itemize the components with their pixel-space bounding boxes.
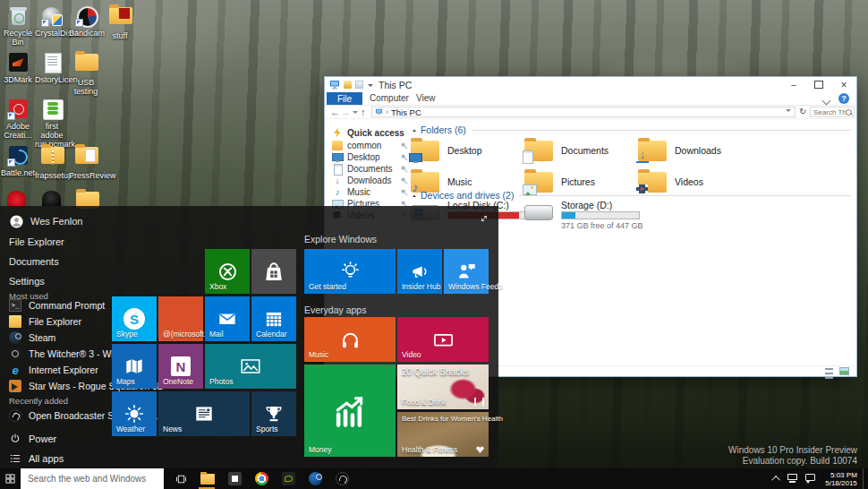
tab-view[interactable]: View [416,93,436,103]
desktop-icon-partial-red[interactable] [7,191,26,206]
tray-action-center-button[interactable] [802,468,820,489]
all-apps-button[interactable]: All apps [9,451,64,466]
tile-mail[interactable]: Mail [205,296,250,341]
minimize-button[interactable]: – [781,77,806,92]
desktop-icon-pcmark[interactable]: first adobe run.pcmark... [35,98,69,149]
tray-clock[interactable]: 5:03 PM 5/18/2015 [820,468,863,489]
qat-icon-2[interactable] [355,81,363,89]
desktop-icon-usb-testing[interactable]: USB testing [69,51,103,96]
details-view-icon[interactable] [825,368,833,379]
most-used-internet-explorer[interactable]: e Internet Explorer [9,363,98,377]
task-view-button[interactable] [167,468,194,489]
explorer-titlebar[interactable]: This PC – × [325,77,856,92]
tray-show-hidden-icons[interactable] [770,468,784,489]
desktop-icon-bandicam[interactable]: Bandicam [69,4,103,38]
address-dropdown-icon[interactable] [786,109,791,115]
sidebar-item-documents[interactable]: Documents [332,163,408,174]
back-icon[interactable]: ← [330,107,340,117]
tile-weather[interactable]: Weather [112,391,157,436]
tab-computer[interactable]: Computer [370,93,409,103]
tile-onenote[interactable]: N OneNote [158,344,203,389]
sidebar-item-downloads[interactable]: ↓ Downloads [332,175,408,185]
power-button[interactable]: Power [9,432,56,446]
tab-file[interactable]: File [327,92,362,105]
maximize-button[interactable] [806,77,831,92]
forward-icon[interactable]: → [341,107,351,117]
desktop-icon-battlenet[interactable]: Battle.net [1,144,35,177]
menu-item-documents[interactable]: Documents [9,256,59,267]
user-account-button[interactable]: Wes Fenlon [9,212,116,230]
taskbar-obs-button[interactable] [328,468,355,489]
photos-icon [238,355,263,378]
show-desktop-button[interactable] [863,468,868,489]
taskbar-chrome-button[interactable] [248,468,275,489]
drive-item-storage-d[interactable]: Storage (D:) 371 GB free of 447 GB [524,200,634,230]
tile-microsoft-win[interactable]: @(microsoft.win [158,296,203,341]
most-used-steam[interactable]: Steam [9,330,55,345]
recently-added-header: Recently added [9,396,68,406]
menu-item-file-explorer[interactable]: File Explorer [9,236,64,247]
tile-music[interactable]: Music [304,317,396,362]
tray-network-button[interactable] [784,468,802,489]
tile-store[interactable] [251,249,296,294]
taskbar-nvidia-button[interactable] [275,468,302,489]
tile-health-fitness[interactable]: Best Drinks for Women's Health Health & … [397,412,489,457]
taskbar-file-explorer-button[interactable] [194,468,221,489]
close-button[interactable]: × [831,77,856,92]
start-button[interactable] [0,468,21,489]
desktop-icon-3dmark[interactable]: 3DMark [1,51,35,84]
tile-photos[interactable]: Photos [205,344,296,389]
folder-item-documents[interactable]: Documents [524,137,634,164]
explorer-search-input[interactable] [811,108,846,116]
breadcrumb[interactable]: This PC [391,107,421,117]
desktop-icon-recycle-bin[interactable]: Recycle Bin [1,4,35,47]
clock-date: 5/18/2015 [825,479,857,487]
taskbar-app-dark-button[interactable] [221,468,248,489]
refresh-icon[interactable]: ↻ [799,107,806,116]
desktop-icon-stuff[interactable]: stuff [103,4,137,40]
desktop-icon-pressreview[interactable]: PressReview [69,144,103,180]
large-icons-view-icon[interactable] [839,367,849,375]
tile-maps[interactable]: Maps [112,344,157,389]
tile-xbox[interactable]: Xbox [205,249,250,294]
up-icon[interactable]: ↑ [361,107,366,117]
tile-video[interactable]: Video [397,317,489,362]
tile-insider-hub[interactable]: Insider Hub [397,249,442,294]
sidebar-item-quick-access[interactable]: Quick access [332,127,408,138]
folders-group-header[interactable]: ▲ Folders (6) [412,124,851,135]
most-used-file-explorer[interactable]: File Explorer [9,314,81,329]
desktop-icon [332,152,343,162]
sidebar-item-desktop[interactable]: Desktop [332,151,408,162]
desktop-icon-frapssetup[interactable]: frapssetup... [35,144,69,180]
recent-locations-icon[interactable] [353,111,358,116]
desktop-icon-crystaldisk[interactable]: CrystalDiskI... [35,4,69,38]
desktop-icon-adobe-cc[interactable]: Adobe Creati... [1,98,35,140]
qat-dropdown-icon[interactable] [368,84,373,90]
video-tile-icon [431,328,455,352]
desktop-icon-partial-black[interactable] [42,191,61,206]
tile-windows-feedback[interactable]: Windows Feedb [444,249,489,294]
menu-item-settings[interactable]: Settings [9,276,45,287]
desktop-icon-dstorylicen[interactable]: DstoryLicen... [35,51,69,84]
sidebar-item-music[interactable]: ♪ Music [332,186,408,197]
explorer-search-box[interactable] [810,107,855,117]
tile-get-started[interactable]: Get started [304,249,396,294]
taskbar-steam-button[interactable] [302,468,328,489]
qat-icon-1[interactable] [344,81,352,89]
tile-calendar[interactable]: Calendar [251,296,296,341]
taskbar-search-input[interactable] [21,468,164,489]
ribbon-collapse-icon[interactable] [822,97,831,106]
folder-item-downloads[interactable]: ↓ Downloads [638,137,747,164]
help-icon[interactable]: ? [838,93,849,104]
resize-start-menu-icon[interactable] [479,213,489,224]
address-box[interactable]: › This PC [371,107,796,117]
tile-money[interactable]: Money [304,365,396,457]
tile-skype[interactable]: S Skype [112,296,157,341]
tile-news[interactable]: News [158,391,250,436]
tile-food-drink[interactable]: 20 Quick Snacks Food & Drink [397,365,489,409]
folder-item-desktop[interactable]: Desktop [411,137,520,164]
sidebar-item-common[interactable]: common [332,140,408,150]
pin-icon [400,153,408,161]
most-used-command-prompt[interactable]: >_ Command Prompt [9,298,105,313]
tile-sports[interactable]: Sports [251,391,296,436]
